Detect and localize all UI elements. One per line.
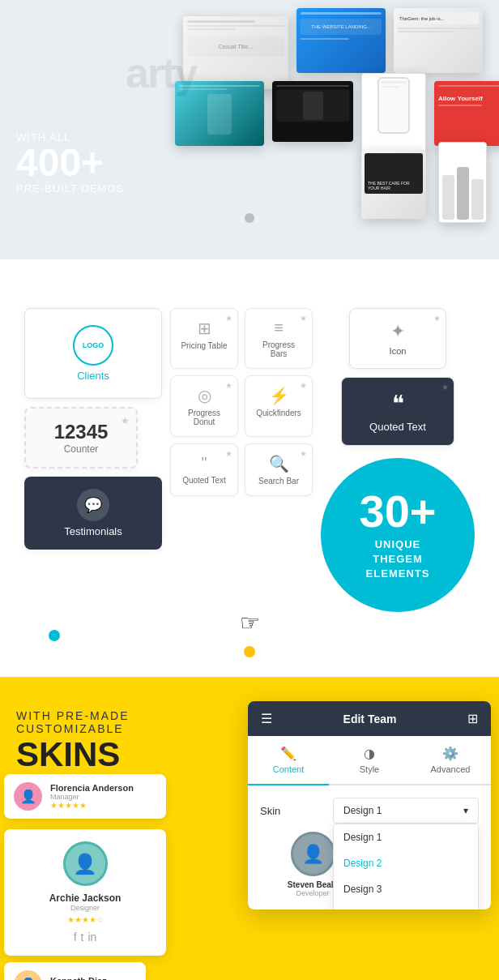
middle-widgets: ★ ⊞ Pricing Table ★ ≡ Progress Bars ★ ◎ … (170, 308, 313, 496)
dropdown-selected-value: Design 1 (343, 805, 382, 816)
demo-thumbnail-8: Allow Yourself (434, 81, 499, 146)
panel-avatar-1: 👤 (291, 832, 335, 876)
grid-icon[interactable]: ⊞ (467, 711, 478, 726)
demo-thumbnail-9: THE BEST CARE FOR YOUR HAIR (361, 150, 426, 219)
profile-info-2: Kenneth Diaz Developer (50, 976, 107, 981)
profile-card-large-1: 👤 Archie Jackson Designer ★★★★☆ f t in (4, 829, 166, 956)
skin-label: Skin (260, 805, 280, 817)
widget-search-bar: ★ 🔍 Search Bar (245, 443, 313, 496)
widget-counter: ★ 12345 Counter (24, 407, 138, 469)
pricing-table-label: Pricing Table (181, 341, 228, 350)
profile-info-1: Florencia Anderson Manager ★★★★★ (50, 783, 134, 810)
star-icon-5: ★ (225, 449, 232, 458)
style-tab-label: Style (360, 764, 379, 774)
quoted-large-label: Quoted Text (358, 421, 437, 433)
demo-thumbnail-10 (438, 142, 487, 223)
star-icon-6: ★ (300, 449, 307, 458)
progress-bars-label: Progress Bars (255, 340, 302, 358)
avatar-2: 👤 (14, 970, 42, 980)
clients-label: Clients (41, 370, 145, 382)
skin-option-2[interactable]: Design 2 (334, 850, 478, 876)
fb-icon: f (74, 931, 77, 944)
elements-count-label: UNIQUE THEGEM ELEMENTS (349, 537, 446, 582)
decorative-dot-gray (245, 213, 254, 223)
skin-option-4[interactable]: Design 4 (334, 902, 478, 909)
testimonials-icon: 💬 (77, 489, 109, 521)
demo-thumbnail-6 (272, 81, 353, 142)
skins-section: WITH PRE-MADE CUSTOMIZABLE SKINS 👤 Flore… (0, 677, 499, 980)
elements-section: LOGO Clients ★ 12345 Counter 💬 Testimoni… (0, 259, 499, 677)
demos-grid: Casual Title... THE WEBSITE LANDING... T… (159, 0, 499, 227)
star-icon-2: ★ (300, 314, 307, 323)
elements-count-number: 30+ (360, 489, 437, 534)
tw-icon: t (81, 931, 84, 944)
demo-thumbnail-1: Casual Title... (183, 16, 288, 89)
left-widgets: LOGO Clients ★ 12345 Counter 💬 Testimoni… (24, 308, 162, 550)
quoted-small-label: Quoted Text (181, 476, 228, 485)
widget-pricing-table: ★ ⊞ Pricing Table (170, 308, 238, 369)
counter-star-icon: ★ (121, 415, 130, 426)
avatar-1: 👤 (14, 782, 42, 811)
star-icon-4: ★ (300, 381, 307, 390)
advanced-tab-label: Advanced (431, 764, 471, 774)
profile-stars-large-1: ★★★★☆ (16, 915, 154, 924)
widget-progress-bars: ★ ≡ Progress Bars (245, 308, 313, 369)
demo-thumbnail-2: THE WEBSITE LANDING... (296, 8, 386, 73)
panel-title: Edit Team (343, 713, 397, 725)
demos-count: 400+ (16, 143, 124, 182)
testimonials-label: Testimonials (41, 525, 146, 537)
pricing-table-icon: ⊞ (181, 319, 228, 338)
profile-card-2: 👤 Kenneth Diaz Developer (4, 962, 146, 980)
deco-dot-yellow-1 (244, 646, 255, 661)
skin-dropdown[interactable]: Design 1 ▾ Design 1 Design 2 Design 3 De… (333, 798, 479, 824)
skin-dropdown-trigger[interactable]: Design 1 ▾ (333, 798, 479, 824)
cursor-hand-icon: ☞ (240, 610, 260, 636)
widget-quoted-large: ★ ❝ Quoted Text (341, 377, 454, 446)
counter-label: Counter (42, 443, 120, 455)
star-icon-3: ★ (225, 381, 232, 390)
demos-section: Casual Title... THE WEBSITE LANDING... T… (0, 0, 499, 259)
dropdown-arrow-icon: ▾ (463, 805, 468, 816)
counter-number: 12345 (42, 421, 120, 443)
widget-clients: LOGO Clients (24, 308, 162, 399)
prebuilt-label: PRE-BUILT DEMOS (16, 182, 124, 195)
demos-text-block: WITH ALL 400+ PRE-BUILT DEMOS (16, 131, 124, 195)
panel-tabs: ✏️ Content ◑ Style ⚙️ Advanced (248, 736, 491, 785)
quoted-large-icon: ❝ (358, 390, 437, 417)
progress-bars-icon: ≡ (255, 319, 302, 337)
quickfinders-icon: ⚡ (255, 386, 302, 405)
right-area: ★ ✦ Icon ★ ❝ Quoted Text 30+ UNIQUE THEG… (321, 308, 475, 612)
skin-option-3[interactable]: Design 3 (334, 876, 478, 902)
star-icon: ★ (225, 314, 232, 323)
widget-icon-card: ★ ✦ Icon (349, 308, 446, 369)
quoted-small-icon: " (181, 454, 228, 473)
icon-widget-icon: ✦ (366, 321, 429, 342)
tab-content[interactable]: ✏️ Content (248, 736, 329, 785)
social-icons: f t in (16, 931, 154, 944)
tab-style[interactable]: ◑ Style (329, 736, 410, 784)
widget-progress-donut: ★ ◎ Progress Donut (170, 375, 238, 437)
hamburger-icon[interactable]: ☰ (261, 711, 272, 726)
profile-cards: 👤 Florencia Anderson Manager ★★★★★ 👤 Arc… (4, 774, 166, 980)
panel-header-icons: ⊞ (467, 711, 478, 726)
deco-dot-cyan-1 (49, 630, 60, 644)
widget-quickfinders: ★ ⚡ Quickfinders (245, 375, 313, 437)
arty-text: arty (126, 49, 196, 97)
avatar-large-1: 👤 (63, 841, 108, 886)
profile-card-1: 👤 Florencia Anderson Manager ★★★★★ (4, 774, 166, 819)
progress-donut-icon: ◎ (181, 386, 228, 405)
content-tab-icon: ✏️ (280, 746, 296, 761)
widget-quoted-small: ★ " Quoted Text (170, 443, 238, 496)
tab-advanced[interactable]: ⚙️ Advanced (410, 736, 491, 784)
widget-testimonials: 💬 Testimonials (24, 477, 162, 550)
style-tab-icon: ◑ (364, 746, 375, 761)
profile-role-large-1: Designer (16, 904, 154, 912)
demo-thumbnail-3: TheGem: the job is... (394, 8, 483, 73)
search-bar-icon: 🔍 (255, 454, 302, 473)
logo-circle: LOGO (73, 325, 113, 366)
skin-option-1[interactable]: Design 1 (334, 824, 478, 850)
profile-name-large-1: Archie Jackson (16, 892, 154, 904)
icon-widget-label: Icon (366, 346, 429, 356)
panel-body: Skin Design 1 ▾ Design 1 Design 2 Design… (248, 785, 491, 909)
quickfinders-label: Quickfinders (255, 409, 302, 417)
